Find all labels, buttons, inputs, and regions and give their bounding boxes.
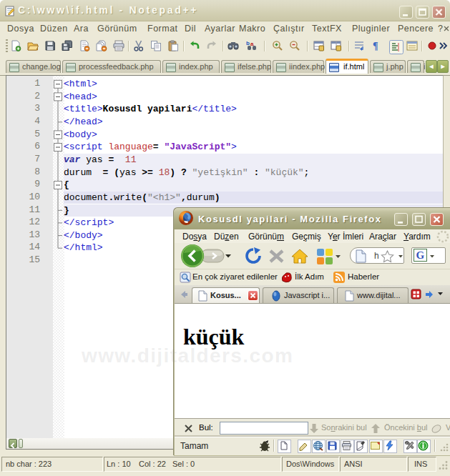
svg-text:¶: ¶ xyxy=(373,41,378,51)
svg-text:b: b xyxy=(246,40,250,46)
